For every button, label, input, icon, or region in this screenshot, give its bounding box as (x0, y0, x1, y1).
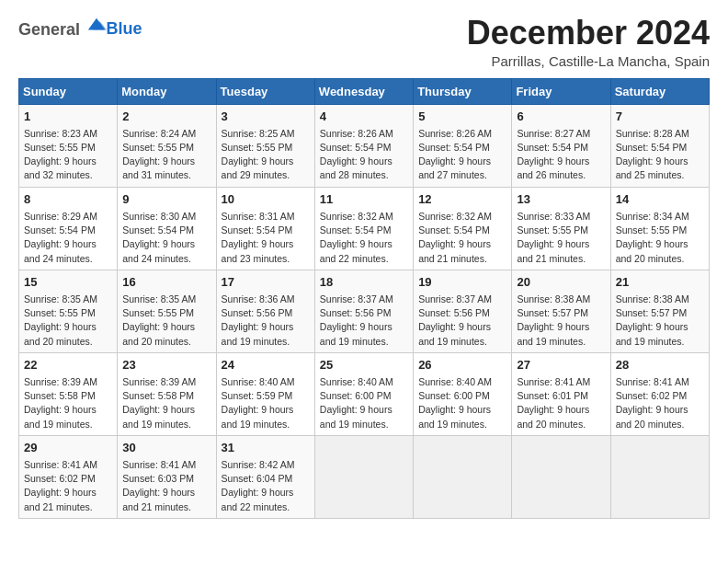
calendar-cell: 25Sunrise: 8:40 AMSunset: 6:00 PMDayligh… (314, 352, 413, 435)
calendar-cell (314, 435, 413, 518)
calendar-cell: 31Sunrise: 8:42 AMSunset: 6:04 PMDayligh… (216, 435, 314, 518)
calendar-cell: 17Sunrise: 8:36 AMSunset: 5:56 PMDayligh… (216, 270, 314, 352)
day-number: 18 (320, 274, 408, 291)
logo-blue: Blue (107, 19, 142, 38)
calendar-cell: 9Sunrise: 8:30 AMSunset: 5:54 PMDaylight… (118, 187, 216, 270)
calendar-cell: 19Sunrise: 8:37 AMSunset: 5:56 PMDayligh… (414, 270, 512, 352)
calendar-cell: 15Sunrise: 8:35 AMSunset: 5:55 PMDayligh… (19, 270, 118, 352)
calendar-cell: 22Sunrise: 8:39 AMSunset: 5:58 PMDayligh… (19, 352, 118, 435)
day-number: 5 (418, 109, 506, 125)
day-number: 8 (24, 191, 112, 208)
day-detail: Sunrise: 8:25 AMSunset: 5:55 PMDaylight:… (222, 127, 310, 183)
calendar-cell (414, 435, 512, 518)
day-number: 27 (517, 357, 605, 373)
calendar-cell: 26Sunrise: 8:40 AMSunset: 6:00 PMDayligh… (414, 352, 512, 435)
calendar-cell: 3Sunrise: 8:25 AMSunset: 5:55 PMDaylight… (216, 104, 314, 187)
day-detail: Sunrise: 8:35 AMSunset: 5:55 PMDaylight:… (122, 293, 210, 349)
day-detail: Sunrise: 8:32 AMSunset: 5:54 PMDaylight:… (418, 210, 506, 266)
calendar-week-5: 29Sunrise: 8:41 AMSunset: 6:02 PMDayligh… (19, 435, 710, 518)
calendar-cell: 1Sunrise: 8:23 AMSunset: 5:55 PMDaylight… (19, 104, 118, 187)
day-detail: Sunrise: 8:40 AMSunset: 5:59 PMDaylight:… (222, 375, 310, 431)
calendar-cell: 5Sunrise: 8:26 AMSunset: 5:54 PMDaylight… (414, 104, 512, 187)
day-number: 9 (122, 191, 210, 208)
day-detail: Sunrise: 8:41 AMSunset: 6:01 PMDaylight:… (517, 375, 605, 431)
day-number: 10 (222, 191, 310, 208)
day-detail: Sunrise: 8:41 AMSunset: 6:03 PMDaylight:… (122, 458, 210, 514)
calendar-cell (610, 435, 709, 518)
day-number: 29 (24, 440, 112, 456)
day-detail: Sunrise: 8:23 AMSunset: 5:55 PMDaylight:… (24, 127, 112, 183)
calendar-cell: 23Sunrise: 8:39 AMSunset: 5:58 PMDayligh… (118, 352, 216, 435)
day-detail: Sunrise: 8:41 AMSunset: 6:02 PMDaylight:… (24, 458, 112, 514)
day-number: 4 (320, 109, 408, 125)
day-detail: Sunrise: 8:30 AMSunset: 5:54 PMDaylight:… (122, 210, 210, 266)
day-detail: Sunrise: 8:31 AMSunset: 5:54 PMDaylight:… (222, 210, 310, 266)
logo: General Blue (18, 18, 142, 40)
calendar-cell: 18Sunrise: 8:37 AMSunset: 5:56 PMDayligh… (314, 270, 413, 352)
day-detail: Sunrise: 8:39 AMSunset: 5:58 PMDaylight:… (24, 375, 112, 431)
day-number: 3 (222, 109, 310, 125)
calendar-cell: 30Sunrise: 8:41 AMSunset: 6:03 PMDayligh… (118, 435, 216, 518)
weekday-header-tuesday: Tuesday (216, 78, 314, 104)
day-number: 20 (517, 274, 605, 291)
day-detail: Sunrise: 8:39 AMSunset: 5:58 PMDaylight:… (122, 375, 210, 431)
day-number: 19 (418, 274, 506, 291)
day-detail: Sunrise: 8:36 AMSunset: 5:56 PMDaylight:… (222, 293, 310, 349)
day-detail: Sunrise: 8:32 AMSunset: 5:54 PMDaylight:… (320, 210, 408, 266)
calendar-cell (512, 435, 610, 518)
day-number: 16 (122, 274, 210, 291)
day-number: 22 (24, 357, 112, 373)
logo-general: General (18, 20, 80, 39)
day-detail: Sunrise: 8:38 AMSunset: 5:57 PMDaylight:… (517, 293, 605, 349)
calendar-cell: 4Sunrise: 8:26 AMSunset: 5:54 PMDaylight… (314, 104, 413, 187)
calendar-cell: 11Sunrise: 8:32 AMSunset: 5:54 PMDayligh… (314, 187, 413, 270)
day-detail: Sunrise: 8:33 AMSunset: 5:55 PMDaylight:… (517, 210, 605, 266)
day-detail: Sunrise: 8:38 AMSunset: 5:57 PMDaylight:… (616, 293, 704, 349)
calendar-table: SundayMondayTuesdayWednesdayThursdayFrid… (18, 78, 710, 519)
calendar-cell: 2Sunrise: 8:24 AMSunset: 5:55 PMDaylight… (118, 104, 216, 187)
day-number: 21 (616, 274, 704, 291)
day-number: 28 (616, 357, 704, 373)
month-title: December 2024 (467, 15, 710, 52)
weekday-header-thursday: Thursday (414, 78, 512, 104)
day-detail: Sunrise: 8:41 AMSunset: 6:02 PMDaylight:… (616, 375, 704, 431)
calendar-week-4: 22Sunrise: 8:39 AMSunset: 5:58 PMDayligh… (19, 352, 710, 435)
day-detail: Sunrise: 8:40 AMSunset: 6:00 PMDaylight:… (320, 375, 408, 431)
weekday-header-friday: Friday (512, 78, 610, 104)
day-number: 25 (320, 357, 408, 373)
day-number: 31 (222, 440, 310, 456)
calendar-cell: 27Sunrise: 8:41 AMSunset: 6:01 PMDayligh… (512, 352, 610, 435)
calendar-cell: 6Sunrise: 8:27 AMSunset: 5:54 PMDaylight… (512, 104, 610, 187)
day-detail: Sunrise: 8:40 AMSunset: 6:00 PMDaylight:… (418, 375, 506, 431)
day-number: 15 (24, 274, 112, 291)
day-detail: Sunrise: 8:34 AMSunset: 5:55 PMDaylight:… (616, 210, 704, 266)
calendar-cell: 28Sunrise: 8:41 AMSunset: 6:02 PMDayligh… (610, 352, 709, 435)
page-header: General Blue December 2024 Parrillas, Ca… (18, 15, 710, 69)
logo-icon (86, 15, 107, 35)
calendar-cell: 16Sunrise: 8:35 AMSunset: 5:55 PMDayligh… (118, 270, 216, 352)
calendar-cell: 21Sunrise: 8:38 AMSunset: 5:57 PMDayligh… (610, 270, 709, 352)
day-detail: Sunrise: 8:42 AMSunset: 6:04 PMDaylight:… (222, 458, 310, 514)
day-number: 2 (122, 109, 210, 125)
day-number: 11 (320, 191, 408, 208)
day-number: 6 (517, 109, 605, 125)
day-number: 7 (616, 109, 704, 125)
day-detail: Sunrise: 8:37 AMSunset: 5:56 PMDaylight:… (320, 293, 408, 349)
day-number: 24 (222, 357, 310, 373)
calendar-cell: 10Sunrise: 8:31 AMSunset: 5:54 PMDayligh… (216, 187, 314, 270)
location-title: Parrillas, Castille-La Mancha, Spain (467, 53, 710, 69)
day-number: 26 (418, 357, 506, 373)
calendar-week-2: 8Sunrise: 8:29 AMSunset: 5:54 PMDaylight… (19, 187, 710, 270)
day-detail: Sunrise: 8:37 AMSunset: 5:56 PMDaylight:… (418, 293, 506, 349)
day-detail: Sunrise: 8:24 AMSunset: 5:55 PMDaylight:… (122, 127, 210, 183)
calendar-cell: 20Sunrise: 8:38 AMSunset: 5:57 PMDayligh… (512, 270, 610, 352)
day-detail: Sunrise: 8:35 AMSunset: 5:55 PMDaylight:… (24, 293, 112, 349)
day-number: 14 (616, 191, 704, 208)
day-number: 17 (222, 274, 310, 291)
weekday-header-sunday: Sunday (19, 78, 118, 104)
calendar-week-1: 1Sunrise: 8:23 AMSunset: 5:55 PMDaylight… (19, 104, 710, 187)
calendar-cell: 14Sunrise: 8:34 AMSunset: 5:55 PMDayligh… (610, 187, 709, 270)
day-detail: Sunrise: 8:27 AMSunset: 5:54 PMDaylight:… (517, 127, 605, 183)
weekday-header-monday: Monday (118, 78, 216, 104)
day-detail: Sunrise: 8:26 AMSunset: 5:54 PMDaylight:… (320, 127, 408, 183)
